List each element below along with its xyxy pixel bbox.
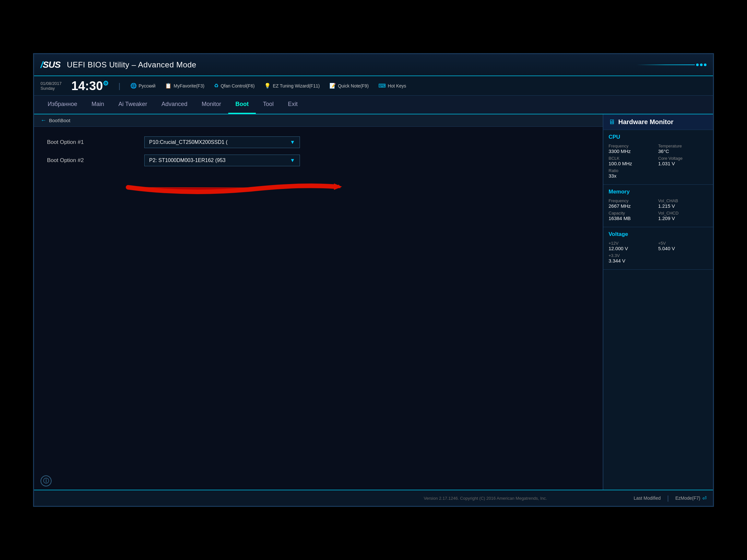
eztuning-btn[interactable]: 💡 EZ Tuning Wizard(F11) <box>264 83 320 89</box>
hw-monitor-title: Hardware Monitor <box>618 118 673 126</box>
volt-5v-cell: +5V 5.040 V <box>658 241 708 251</box>
content-panel: ← Boot\Boot Boot Option #1 P10:Crucial_C… <box>34 114 603 490</box>
note-icon: 📝 <box>329 83 336 89</box>
mem-vchab-value: 1.215 V <box>658 203 708 209</box>
mem-freq-cell: Frequency 2667 MHz <box>609 198 658 209</box>
memory-section: Memory Frequency 2667 MHz Vol_CHAB 1.215… <box>603 185 713 227</box>
cpu-row-2: BCLK 100.0 MHz Core Voltage 1.031 V <box>609 156 708 166</box>
globe-icon: 🌐 <box>130 83 137 89</box>
dropdown-arrow-2: ▼ <box>290 158 295 163</box>
cpu-bclk-label: BCLK <box>609 156 658 161</box>
cpu-temp-cell: Temperature 36°C <box>658 143 708 154</box>
cpu-bclk-cell: BCLK 100.0 MHz <box>609 156 658 166</box>
nav-ai-tweaker[interactable]: Ai Tweaker <box>111 96 154 114</box>
volt-33v-cell: +3.3V 3.344 V <box>609 253 708 264</box>
hotkeys-icon: ⌨ <box>378 83 386 89</box>
circuit-dot-3 <box>704 63 706 66</box>
svg-marker-0 <box>334 183 342 190</box>
bios-screen: /SUS UEFI BIOS Utility – Advanced Mode 0… <box>33 53 714 507</box>
breadcrumb-text: Boot\Boot <box>49 118 70 123</box>
cpu-temp-value: 36°C <box>658 149 708 154</box>
volt-33v-value: 3.344 V <box>609 258 708 264</box>
mem-cap-cell: Capacity 16384 MB <box>609 211 658 221</box>
mem-vchcd-value: 1.209 V <box>658 215 708 221</box>
back-arrow-icon[interactable]: ← <box>41 117 46 124</box>
mem-vchcd-label: Vol_CHCD <box>658 211 708 215</box>
nav-advanced[interactable]: Advanced <box>154 96 195 114</box>
date-time-block: 01/08/2017 Sunday <box>41 81 61 91</box>
mem-freq-value: 2667 MHz <box>609 203 658 209</box>
boot-option-1-label: Boot Option #1 <box>47 139 138 145</box>
nav-main[interactable]: Main <box>84 96 111 114</box>
mem-cap-label: Capacity <box>609 211 658 215</box>
cpu-vcore-cell: Core Voltage 1.031 V <box>658 156 708 166</box>
hardware-monitor-panel: 🖥 Hardware Monitor CPU Frequency 3300 MH… <box>603 114 713 490</box>
circuit-dot-2 <box>700 63 702 66</box>
nav-bar: Избранное Main Ai Tweaker Advanced Monit… <box>34 96 713 114</box>
date-label: 01/08/2017 Sunday <box>41 81 61 91</box>
breadcrumb-bar: ← Boot\Boot <box>34 114 603 127</box>
cpu-ratio-value: 33x <box>609 173 708 179</box>
cpu-vcore-label: Core Voltage <box>658 156 708 161</box>
favorite-icon: 📋 <box>165 83 172 89</box>
content-footer: ⓘ <box>41 475 52 486</box>
circuit-dot-1 <box>696 63 699 66</box>
boot-options-list: Boot Option #1 P10:Crucial_CT250MX200SSD… <box>34 127 603 176</box>
cpu-bclk-value: 100.0 MHz <box>609 161 658 166</box>
hw-monitor-header: 🖥 Hardware Monitor <box>603 114 713 130</box>
footer-separator: | <box>667 495 669 502</box>
volt-12v-label: +12V <box>609 241 658 246</box>
mem-row-2: Capacity 16384 MB Vol_CHCD 1.209 V <box>609 211 708 221</box>
volt-12v-value: 12.000 V <box>609 246 658 251</box>
fan-icon: ♻ <box>214 83 218 89</box>
cpu-ratio-cell: Ratio 33x <box>609 168 708 179</box>
mem-row-1: Frequency 2667 MHz Vol_CHAB 1.215 V <box>609 198 708 209</box>
nav-boot[interactable]: Boot <box>228 96 256 114</box>
cpu-ratio-label: Ratio <box>609 168 708 173</box>
info-bar: 01/08/2017 Sunday 14:30⚙ | 🌐 Русский 📋 M… <box>34 76 713 96</box>
separator-1: | <box>118 81 120 90</box>
mem-vchab-label: Vol_CHAB <box>658 198 708 203</box>
nav-exit[interactable]: Exit <box>281 96 305 114</box>
nav-izbrannoye[interactable]: Избранное <box>41 96 84 114</box>
last-modified-btn[interactable]: Last Modified <box>634 496 661 501</box>
volt-33v-label: +3.3V <box>609 253 708 258</box>
voltage-section: Voltage +12V 12.000 V +5V 5.040 V +3.3V … <box>603 227 713 270</box>
cpu-freq-value: 3300 MHz <box>609 149 658 154</box>
ez-mode-btn[interactable]: EzMode(F7) ⏎ <box>675 495 706 501</box>
mem-vchab-cell: Vol_CHAB 1.215 V <box>658 198 708 209</box>
boot-option-2-select[interactable]: P2: ST1000DM003-1ER162 (953 ▼ <box>144 155 300 166</box>
footer-right: Last Modified | EzMode(F7) ⏎ <box>634 495 707 502</box>
volt-row-1: +12V 12.000 V +5V 5.040 V <box>609 241 708 251</box>
cpu-temp-label: Temperature <box>658 143 708 149</box>
boot-option-1-select[interactable]: P10:Crucial_CT250MX200SSD1 ( ▼ <box>144 136 300 148</box>
quicknote-btn[interactable]: 📝 Quick Note(F9) <box>329 83 369 89</box>
header-title: UEFI BIOS Utility – Advanced Mode <box>67 60 196 69</box>
circuit-decoration <box>637 64 695 65</box>
time-display: 14:30⚙ <box>71 80 109 92</box>
voltage-section-title: Voltage <box>609 231 708 238</box>
memory-section-title: Memory <box>609 189 708 195</box>
exit-icon: ⏎ <box>702 495 706 501</box>
wizard-icon: 💡 <box>264 83 271 89</box>
mem-freq-label: Frequency <box>609 198 658 203</box>
nav-tool[interactable]: Tool <box>256 96 281 114</box>
language-btn[interactable]: 🌐 Русский <box>130 83 156 89</box>
volt-row-2: +3.3V 3.344 V <box>609 253 708 264</box>
footer-version: Version 2.17.1246. Copyright (C) 2016 Am… <box>337 496 634 501</box>
volt-5v-value: 5.040 V <box>658 246 708 251</box>
header-circuit <box>637 63 706 66</box>
asus-logo: /SUS <box>41 60 60 70</box>
mem-cap-value: 16384 MB <box>609 215 658 221</box>
info-icon: ⓘ <box>41 475 52 486</box>
main-area: ← Boot\Boot Boot Option #1 P10:Crucial_C… <box>34 114 713 490</box>
cpu-row-3: Ratio 33x <box>609 168 708 179</box>
dropdown-arrow-1: ▼ <box>290 139 295 145</box>
hotkeys-btn[interactable]: ⌨ Hot Keys <box>378 83 406 89</box>
myfavorite-btn[interactable]: 📋 MyFavorite(F3) <box>165 83 204 89</box>
nav-monitor[interactable]: Monitor <box>195 96 228 114</box>
qfan-btn[interactable]: ♻ Qfan Control(F6) <box>214 83 255 89</box>
monitor-icon: 🖥 <box>609 118 615 126</box>
boot-option-row-1: Boot Option #1 P10:Crucial_CT250MX200SSD… <box>47 136 590 148</box>
time-gear-icon: ⚙ <box>103 80 109 87</box>
